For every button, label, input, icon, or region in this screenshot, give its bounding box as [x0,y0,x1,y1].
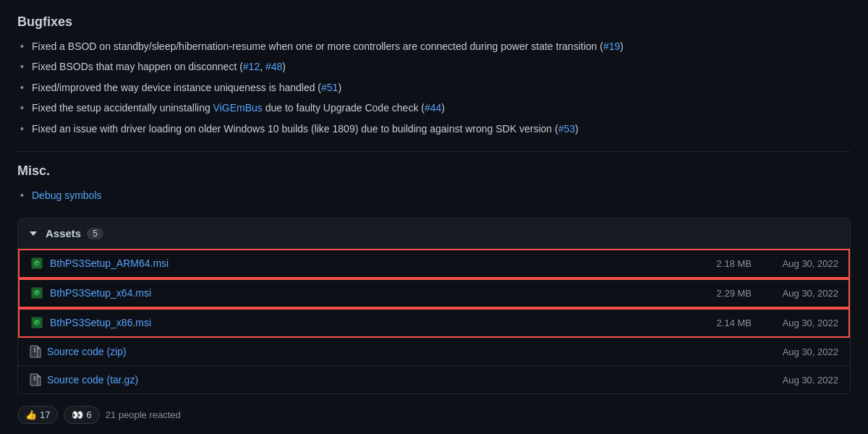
asset-link-x64[interactable]: BthPS3Setup_x64.msi [50,287,151,299]
list-item: Fixed/improved the way device instance u… [17,80,851,95]
asset-link-zip[interactable]: Source code (zip) [47,346,127,357]
thumbs-up-emoji: 👍 [25,409,37,420]
collapse-icon [30,231,37,236]
asset-date-x64: Aug 30, 2022 [752,288,838,299]
asset-row-targz: Source code (tar.gz) Aug 30, 2022 [18,366,850,393]
asset-date-zip: Aug 30, 2022 [752,346,838,357]
asset-size-arm64: 2.18 MB [679,258,752,269]
assets-header: Assets 5 [18,218,850,249]
msi-icon [30,286,44,300]
bugfixes-heading: Bugfixes [17,14,851,30]
reactions-bar: 👍 17 👀 6 21 people reacted [17,394,851,427]
asset-name-targz: Source code (tar.gz) [30,373,679,386]
svg-rect-7 [38,349,41,357]
eyes-count: 6 [86,409,91,420]
svg-rect-15 [34,378,35,379]
section-divider [17,151,851,152]
asset-date-x86: Aug 30, 2022 [752,318,838,328]
asset-name-zip: Source code (zip) [30,345,679,358]
issue-link-12[interactable]: #12 [243,61,260,72]
svg-rect-12 [38,377,41,386]
svg-rect-10 [34,349,35,351]
main-container: Bugfixes Fixed a BSOD on standby/sleep/h… [0,0,868,434]
misc-heading: Misc. [17,163,851,179]
asset-name-x64: BthPS3Setup_x64.msi [30,286,679,300]
issue-link-51[interactable]: #51 [321,82,338,93]
asset-size-x86: 2.14 MB [679,318,752,328]
assets-count-badge: 5 [87,228,103,239]
list-item: Fixed BSODs that may happen on disconnec… [17,59,851,75]
eyes-emoji: 👀 [72,409,83,420]
svg-rect-8 [34,348,35,349]
zip-icon [30,345,41,358]
asset-row-zip: Source code (zip) Aug 30, 2022 [18,338,850,366]
asset-size-x64: 2.29 MB [679,288,752,299]
list-item: Fixed an issue with driver loading on ol… [17,121,851,137]
assets-section: Assets 5 BthPS3Setup_ARM64.msi 2.18 MB [17,218,851,394]
misc-list: Debug symbols [17,187,851,203]
asset-link-targz[interactable]: Source code (tar.gz) [47,374,138,386]
issue-link-48[interactable]: #48 [265,61,282,72]
assets-title: Assets [46,227,81,239]
bugfixes-list: Fixed a BSOD on standby/sleep/hibernatio… [17,38,851,137]
list-item: Fixed a BSOD on standby/sleep/hibernatio… [17,38,851,54]
vigembus-link[interactable]: ViGEmBus [213,102,263,114]
list-item: Debug symbols [17,187,851,203]
issue-link-19[interactable]: #19 [603,41,620,52]
asset-row-x86: BthPS3Setup_x86.msi 2.14 MB Aug 30, 2022 [18,308,850,338]
issue-link-44[interactable]: #44 [425,102,441,114]
asset-link-x86[interactable]: BthPS3Setup_x86.msi [50,317,151,328]
eyes-reaction[interactable]: 👀 6 [64,406,99,424]
asset-date-arm64: Aug 30, 2022 [752,258,838,269]
targz-icon [30,373,41,386]
msi-icon [30,256,44,271]
thumbs-up-reaction[interactable]: 👍 17 [17,406,58,424]
svg-rect-14 [34,379,35,380]
list-item: Fixed the setup accidentally uninstallin… [17,100,851,116]
msi-icon [30,315,44,330]
asset-name-x86: BthPS3Setup_x86.msi [30,315,679,330]
debug-symbols-link[interactable]: Debug symbols [32,190,102,201]
thumbs-up-count: 17 [40,409,50,420]
asset-row-arm64: BthPS3Setup_ARM64.msi 2.18 MB Aug 30, 20… [18,249,850,278]
svg-rect-13 [34,376,35,378]
asset-link-arm64[interactable]: BthPS3Setup_ARM64.msi [50,258,169,269]
reactions-total-text: 21 people reacted [106,409,181,420]
issue-link-53[interactable]: #53 [558,123,575,135]
asset-name-arm64: BthPS3Setup_ARM64.msi [30,256,679,271]
svg-rect-9 [34,351,35,352]
asset-row-x64: BthPS3Setup_x64.msi 2.29 MB Aug 30, 2022 [18,278,850,308]
asset-date-targz: Aug 30, 2022 [752,375,838,386]
